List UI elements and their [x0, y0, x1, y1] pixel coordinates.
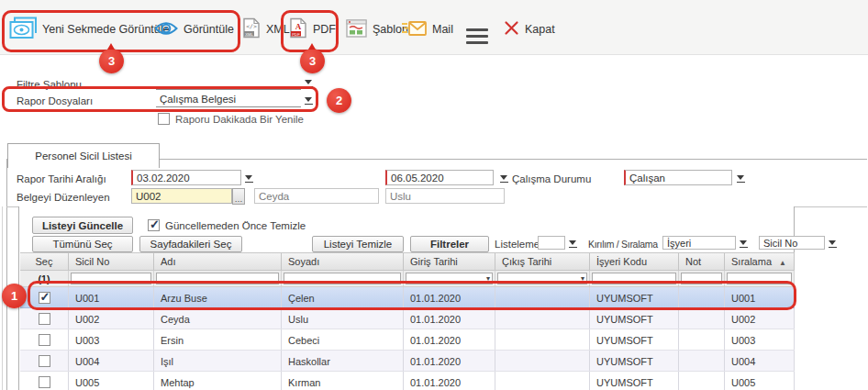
filter-template-combo[interactable] — [156, 74, 301, 90]
cell-soyadi: Çelen — [282, 287, 404, 307]
cell-siralama: U003 — [725, 329, 795, 350]
cell-soyadi: Kırman — [282, 372, 404, 390]
cell-giris-tarihi: 01.01.2020 — [404, 372, 495, 390]
view-new-tab-icon — [9, 17, 37, 43]
table-row[interactable]: U001 Arzu Buse Çelen 01.01.2020 UYUMSOFT… — [20, 287, 795, 308]
xml-button[interactable]: </> XML XML — [242, 13, 290, 46]
view-eye-icon — [154, 20, 178, 39]
row-checkbox[interactable] — [39, 376, 50, 388]
update-list-button[interactable]: Listeyi Güncelle — [32, 217, 133, 234]
sort-dropdown-icon[interactable] — [829, 240, 837, 248]
table-row[interactable]: U004 Işıl Haskollar 01.01.2020 UYUMSOFT … — [20, 351, 795, 372]
cell-adi: Arzu Buse — [154, 287, 282, 307]
cell-cikis-tarihi — [495, 329, 590, 350]
col-header-siralama[interactable]: Sıralama▲ — [725, 253, 795, 270]
filters-button[interactable]: Filtreler — [410, 236, 489, 252]
annotation-balloon-3a: 3 — [99, 49, 124, 73]
annotation-balloon-3b: 3 — [300, 49, 325, 73]
filter-isyeri-kodu-input[interactable] — [592, 273, 676, 284]
cell-sicil-no: U004 — [69, 351, 154, 371]
xml-label: XML — [266, 23, 290, 36]
cell-isyeri-kodu: UYUMSOFT — [590, 372, 679, 390]
date-from-input[interactable]: 03.02.2020 — [131, 170, 241, 185]
listing-combo[interactable] — [538, 236, 565, 250]
listing-dropdown-icon[interactable] — [569, 240, 577, 248]
mail-button[interactable]: Mail — [402, 13, 453, 46]
date-range-label: Rapor Tarihi Aralığı — [17, 173, 106, 184]
table-row[interactable]: U002 Ceyda Uslu 01.01.2020 UYUMSOFT U002 — [20, 308, 795, 329]
filter-template-dropdown-icon[interactable] — [305, 79, 313, 87]
date-to-dropdown-icon[interactable] — [500, 174, 508, 183]
editor-lookup-button[interactable]: … — [232, 188, 245, 205]
close-button[interactable]: Kapat — [504, 13, 555, 46]
menu-button[interactable] — [466, 19, 488, 52]
filter-sicil-no-input[interactable] — [71, 273, 151, 284]
filter-siralama-input[interactable] — [727, 273, 792, 284]
col-header-sec[interactable]: Seç — [20, 253, 69, 270]
cell-not — [679, 329, 725, 350]
clear-list-button[interactable]: Listeyi Temizle — [312, 236, 404, 252]
col-header-cikis-tarihi[interactable]: Çıkış Tarihi — [495, 253, 590, 270]
select-all-button[interactable]: Tümünü Seç — [32, 236, 133, 252]
view-new-tab-button[interactable]: Yeni Sekmede Görüntüle — [9, 13, 170, 46]
cell-soyadi: Uslu — [282, 308, 404, 329]
col-header-soyadi[interactable]: Soyadı — [282, 253, 404, 270]
cell-sicil-no: U001 — [69, 287, 154, 307]
cell-not — [679, 351, 725, 371]
sort-combo[interactable]: Sicil No — [759, 236, 825, 250]
col-header-adi[interactable]: Adı — [154, 253, 282, 270]
report-files-combo[interactable]: Çalışma Belgesi — [156, 92, 301, 107]
close-x-icon — [504, 20, 519, 39]
filter-soyadi-input[interactable] — [284, 273, 401, 284]
work-status-dropdown-icon[interactable] — [737, 174, 745, 183]
breakdown-sort-label: Kırılım / Sıralama — [588, 239, 658, 250]
filter-template-label: Filtre Şablonu — [17, 79, 82, 90]
filter-not-input[interactable] — [681, 273, 722, 284]
cell-isyeri-kodu: UYUMSOFT — [590, 351, 679, 371]
mail-envelope-icon — [402, 20, 427, 39]
pdf-button[interactable]: A PDF PDF — [289, 13, 336, 46]
filter-cikis-tarihi-input[interactable] — [497, 273, 587, 284]
cell-cikis-tarihi — [495, 308, 590, 329]
tab-personel-sicil-listesi[interactable]: Personel Sicil Listesi — [7, 143, 160, 168]
auto-refresh-checkbox[interactable] — [158, 113, 170, 125]
breakdown-combo[interactable]: İşyeri — [662, 236, 736, 250]
clear-before-update-label: Güncellemeden Önce Temizle — [165, 220, 306, 231]
col-header-isyeri-kodu[interactable]: İşyeri Kodu — [590, 253, 679, 270]
row-checkbox[interactable] — [39, 292, 50, 304]
row-checkbox[interactable] — [39, 334, 50, 346]
col-header-not[interactable]: Not — [679, 253, 725, 270]
date-from-dropdown-icon[interactable] — [245, 174, 253, 183]
cell-isyeri-kodu: UYUMSOFT — [590, 308, 679, 329]
filter-giris-tarihi-input[interactable] — [406, 273, 493, 284]
svg-text:PDF: PDF — [292, 32, 300, 37]
select-page-button[interactable]: Sayfadakileri Seç — [139, 236, 242, 252]
clear-before-update-checkbox[interactable] — [148, 219, 160, 231]
pdf-file-icon: A PDF — [289, 17, 307, 41]
cell-adi: Işıl — [154, 351, 282, 371]
cell-sicil-no: U005 — [69, 372, 154, 390]
editor-code-input[interactable]: U002 — [131, 188, 232, 204]
row-checkbox[interactable] — [39, 355, 50, 367]
col-header-sicil-no[interactable]: Sicil No — [69, 253, 154, 270]
selected-count: (1) — [20, 273, 68, 284]
editor-name-input[interactable]: Ceyda — [254, 188, 379, 204]
work-status-combo[interactable]: Çalışan — [624, 170, 732, 185]
table-row[interactable]: U003 Ersin Cebeci 01.01.2020 UYUMSOFT U0… — [20, 329, 795, 351]
breakdown-dropdown-icon[interactable] — [740, 240, 748, 248]
editor-surname-input[interactable]: Uslu — [385, 188, 505, 204]
report-files-dropdown-icon[interactable] — [305, 96, 313, 105]
filter-adi-input[interactable] — [156, 273, 279, 284]
view-button[interactable]: Görüntüle — [154, 13, 234, 46]
row-checkbox[interactable] — [39, 313, 50, 325]
date-to-input[interactable]: 06.05.2020 — [385, 170, 494, 185]
cell-siralama: U002 — [725, 308, 795, 329]
table-filter-row: (1) ▾ ▾ — [20, 271, 795, 287]
template-icon — [346, 19, 367, 40]
cell-cikis-tarihi — [495, 351, 590, 371]
cell-siralama: U005 — [725, 372, 795, 390]
template-button[interactable]: Şablon — [346, 13, 408, 46]
col-header-giris-tarihi[interactable]: Giriş Tarihi — [404, 253, 495, 270]
table-row[interactable]: U005 Mehtap Kırman 01.01.2020 UYUMSOFT U… — [20, 372, 795, 390]
cell-giris-tarihi: 01.01.2020 — [404, 329, 495, 350]
